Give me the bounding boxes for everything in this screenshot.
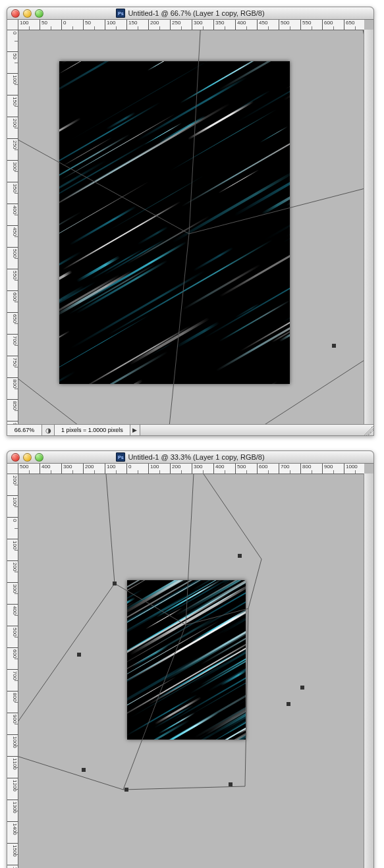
mesh-handle[interactable] bbox=[287, 702, 290, 706]
ruler-tick: 1000 bbox=[344, 464, 364, 474]
ruler-tick: 300 bbox=[7, 582, 18, 604]
vertical-ruler[interactable]: 2001000100200300400500600700800900100011… bbox=[7, 474, 18, 868]
ruler-tick: 100 bbox=[7, 495, 18, 517]
minimize-button[interactable] bbox=[23, 9, 32, 18]
window-titlebar[interactable]: PsUntitled-1 @ 33.3% (Layer 1 copy, RGB/… bbox=[7, 451, 373, 464]
mesh-handle[interactable] bbox=[332, 344, 336, 348]
ruler-tick: 50 bbox=[40, 20, 61, 30]
title-text: Untitled-1 @ 66.7% (Layer 1 copy, RGB/8) bbox=[128, 9, 264, 17]
ruler-tick: 1000 bbox=[7, 734, 18, 756]
mesh-handle[interactable] bbox=[82, 768, 86, 772]
ruler-origin[interactable] bbox=[7, 20, 18, 30]
ruler-tick: 800 bbox=[7, 377, 18, 399]
canvas-viewport[interactable] bbox=[18, 474, 364, 868]
ruler-tick: 700 bbox=[7, 669, 18, 691]
vertical-ruler[interactable]: 0501001502002503003504004505005506006507… bbox=[7, 30, 18, 425]
ruler-tick: 600 bbox=[7, 290, 18, 312]
ruler-tick: 600 bbox=[257, 464, 279, 474]
ruler-tick: 100 bbox=[7, 73, 18, 95]
ruler-tick: 350 bbox=[213, 20, 235, 30]
vertical-scrollbar[interactable] bbox=[364, 474, 373, 868]
window-controls bbox=[7, 9, 43, 18]
photoshop-document-icon: Ps bbox=[116, 452, 125, 462]
mesh-line bbox=[115, 583, 186, 625]
ruler-tick: 300 bbox=[7, 160, 18, 182]
document-area: 1005005010015020025030035040045050055060… bbox=[7, 20, 373, 435]
ruler-tick: 400 bbox=[235, 20, 257, 30]
ruler-tick: 1100 bbox=[7, 756, 18, 778]
mesh-handle[interactable] bbox=[77, 653, 81, 657]
version-cue-icon[interactable]: ◑ bbox=[42, 425, 55, 435]
mesh-line bbox=[18, 125, 189, 234]
ruler-tick: 50 bbox=[7, 51, 18, 73]
ruler-tick: 200 bbox=[7, 117, 18, 138]
mesh-handle[interactable] bbox=[300, 686, 304, 690]
zoom-button[interactable] bbox=[35, 453, 43, 462]
warp-mesh[interactable] bbox=[18, 30, 364, 425]
ruler-tick: 600 bbox=[7, 647, 18, 669]
mesh-line bbox=[194, 474, 261, 559]
document-info[interactable]: 1 pixels = 1.0000 pixels bbox=[55, 425, 130, 435]
minimize-button[interactable] bbox=[23, 453, 32, 462]
zoom-button[interactable] bbox=[35, 9, 43, 18]
ruler-tick: 150 bbox=[126, 20, 148, 30]
document-info-menu-icon[interactable]: ▶ bbox=[130, 425, 140, 435]
close-button[interactable] bbox=[11, 9, 20, 18]
ruler-tick: 0 bbox=[7, 517, 18, 539]
mesh-line bbox=[163, 346, 364, 425]
canvas-viewport[interactable] bbox=[18, 30, 364, 425]
ruler-tick: 250 bbox=[170, 20, 192, 30]
ruler-tick: 200 bbox=[170, 464, 192, 474]
ruler-tick: 450 bbox=[7, 225, 18, 247]
photoshop-document-icon: Ps bbox=[116, 9, 125, 18]
mesh-line bbox=[189, 181, 364, 234]
ruler-tick: 300 bbox=[192, 464, 213, 474]
ruler-tick: 100 bbox=[7, 539, 18, 560]
mesh-line bbox=[123, 625, 186, 790]
ruler-tick: 0 bbox=[126, 464, 148, 474]
ruler-tick: 250 bbox=[7, 138, 18, 160]
window-titlebar[interactable]: PsUntitled-1 @ 66.7% (Layer 1 copy, RGB/… bbox=[7, 7, 373, 20]
mesh-line bbox=[18, 750, 123, 790]
mesh-handle[interactable] bbox=[238, 554, 242, 558]
mesh-handle[interactable] bbox=[229, 782, 233, 786]
ruler-tick: 1200 bbox=[7, 778, 18, 800]
vertical-scrollbar[interactable] bbox=[364, 30, 373, 425]
ruler-tick: 700 bbox=[7, 334, 18, 356]
ruler-tick: 900 bbox=[7, 713, 18, 734]
title-text: Untitled-1 @ 33.3% (Layer 1 copy, RGB/8) bbox=[128, 453, 264, 461]
ruler-tick: 200 bbox=[7, 560, 18, 582]
mesh-line bbox=[347, 30, 364, 181]
close-button[interactable] bbox=[11, 453, 20, 462]
ruler-tick: 1400 bbox=[7, 821, 18, 843]
ruler-tick: 200 bbox=[148, 20, 170, 30]
mesh-line bbox=[186, 474, 194, 625]
mesh-line bbox=[248, 559, 261, 609]
ruler-tick: 1500 bbox=[7, 843, 18, 865]
ruler-tick: 700 bbox=[279, 464, 300, 474]
zoom-level-field[interactable]: 66.67% bbox=[7, 425, 42, 435]
ruler-tick: 350 bbox=[7, 182, 18, 203]
ruler-tick: 300 bbox=[61, 464, 83, 474]
mesh-line bbox=[245, 609, 248, 786]
horizontal-ruler[interactable]: 5004003002001000100200300400500600700800… bbox=[18, 464, 364, 474]
ruler-tick: 150 bbox=[7, 95, 18, 117]
warp-mesh[interactable] bbox=[18, 474, 364, 868]
ruler-tick: 850 bbox=[7, 399, 18, 421]
ruler-tick: 600 bbox=[322, 20, 344, 30]
ruler-tick: 100 bbox=[105, 20, 126, 30]
ruler-tick: 200 bbox=[7, 474, 18, 495]
mesh-line bbox=[186, 609, 248, 625]
window-title: PsUntitled-1 @ 33.3% (Layer 1 copy, RGB/… bbox=[7, 452, 373, 462]
ruler-tick: 500 bbox=[7, 626, 18, 647]
mesh-line bbox=[103, 474, 115, 583]
ruler-tick: 500 bbox=[235, 464, 257, 474]
mesh-handle[interactable] bbox=[124, 788, 128, 792]
mesh-handle[interactable] bbox=[113, 582, 117, 585]
ruler-tick: 400 bbox=[40, 464, 61, 474]
ruler-tick: 800 bbox=[300, 464, 322, 474]
resize-grip[interactable] bbox=[364, 425, 373, 435]
ruler-origin[interactable] bbox=[7, 464, 18, 474]
horizontal-ruler[interactable]: 1005005010015020025030035040045050055060… bbox=[18, 20, 364, 30]
ruler-tick: 400 bbox=[7, 203, 18, 225]
